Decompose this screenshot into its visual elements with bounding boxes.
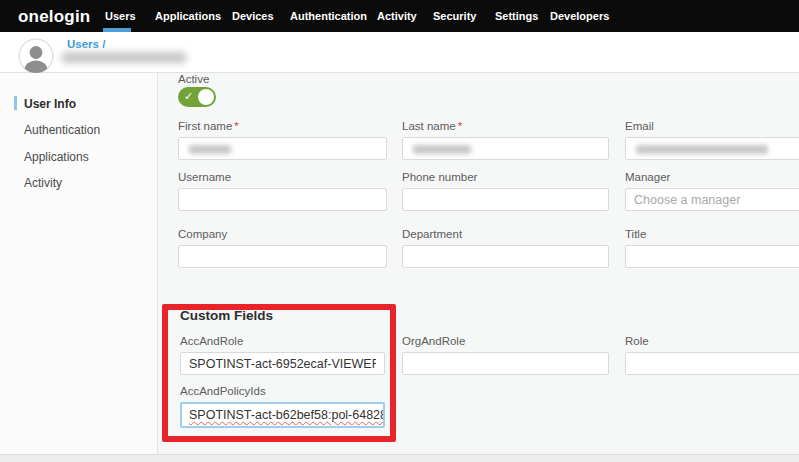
check-icon: ✓ [184,90,193,103]
email-input[interactable] [625,137,799,160]
field-manager: Manager [625,171,799,211]
department-input[interactable] [402,245,609,268]
acc-and-role-input[interactable] [180,352,385,375]
field-company: Company [178,228,387,268]
manager-label: Manager [625,171,799,184]
role-label: Role [625,335,799,348]
acc-and-policy-ids-value: SPOTINST-act-b62bef58:pol-64828f58 [189,408,385,422]
sidebar-item-activity[interactable]: Activity [24,176,62,190]
field-username: Username [178,171,387,211]
nav-item-users[interactable]: Users [105,10,136,22]
nav-item-settings[interactable]: Settings [495,10,538,22]
nav-item-authentication[interactable]: Authentication [290,10,367,22]
nav-item-security[interactable]: Security [433,10,476,22]
field-role: Role [625,335,799,375]
acc-and-role-label: AccAndRole [180,335,385,348]
company-label: Company [178,228,387,241]
field-last-name: Last name* [402,120,609,160]
org-and-role-label: OrgAndRole [402,335,609,348]
nav-item-activity[interactable]: Activity [377,10,417,22]
sidebar-active-indicator [14,96,17,110]
top-nav: onelogin Users Applications Devices Auth… [0,0,799,32]
toggle-knob [198,89,214,105]
last-name-label: Last name [402,120,456,132]
field-title: Title [625,228,799,268]
redacted-last-name [413,145,471,154]
username-label: Username [178,171,387,184]
redacted-user-name [62,52,186,63]
custom-fields-heading: Custom Fields [180,308,273,323]
email-label: Email [625,120,799,133]
redacted-email [636,145,768,154]
required-asterisk: * [458,120,462,132]
onelogin-logo: onelogin [18,7,90,27]
page-header: Users / [0,32,799,73]
acc-and-policy-ids-input[interactable]: SPOTINST-act-b62bef58:pol-64828f58 [180,402,385,428]
footer-strip [0,454,799,462]
user-avatar-icon [18,38,54,74]
active-toggle[interactable]: ✓ [178,87,216,107]
first-name-input[interactable] [178,137,387,160]
nav-item-applications[interactable]: Applications [155,10,221,22]
org-and-role-input[interactable] [402,352,609,375]
first-name-label: First name [178,120,232,132]
acc-and-policy-ids-label: AccAndPolicyIds [180,385,385,398]
field-department: Department [402,228,609,268]
sidebar-item-authentication[interactable]: Authentication [24,123,100,137]
sidebar-item-applications[interactable]: Applications [24,150,89,164]
manager-select[interactable] [625,188,799,211]
required-asterisk: * [234,120,238,132]
redacted-first-name [189,145,231,154]
field-acc-and-role: AccAndRole [180,335,385,375]
title-label: Title [625,228,799,241]
user-sidebar: User Info Authentication Applications Ac… [0,73,158,454]
user-info-form: Active ✓ First name* Last name* Email Us… [158,73,799,454]
phone-number-input[interactable] [402,188,609,211]
field-phone-number: Phone number [402,171,609,211]
sidebar-item-user-info[interactable]: User Info [24,97,76,111]
company-input[interactable] [178,245,387,268]
department-label: Department [402,228,609,241]
username-input[interactable] [178,188,387,211]
field-org-and-role: OrgAndRole [402,335,609,375]
phone-number-label: Phone number [402,171,609,184]
breadcrumb-users-link[interactable]: Users / [67,38,105,50]
field-first-name: First name* [178,120,387,160]
last-name-input[interactable] [402,137,609,160]
active-label: Active [178,73,209,85]
role-input[interactable] [625,352,799,375]
nav-item-devices[interactable]: Devices [232,10,274,22]
title-input[interactable] [625,245,799,268]
nav-item-developers[interactable]: Developers [550,10,609,22]
field-acc-and-policy-ids: AccAndPolicyIds SPOTINST-act-b62bef58:po… [180,385,385,428]
onelogin-admin-page: onelogin Users Applications Devices Auth… [0,0,799,462]
field-email: Email [625,120,799,160]
